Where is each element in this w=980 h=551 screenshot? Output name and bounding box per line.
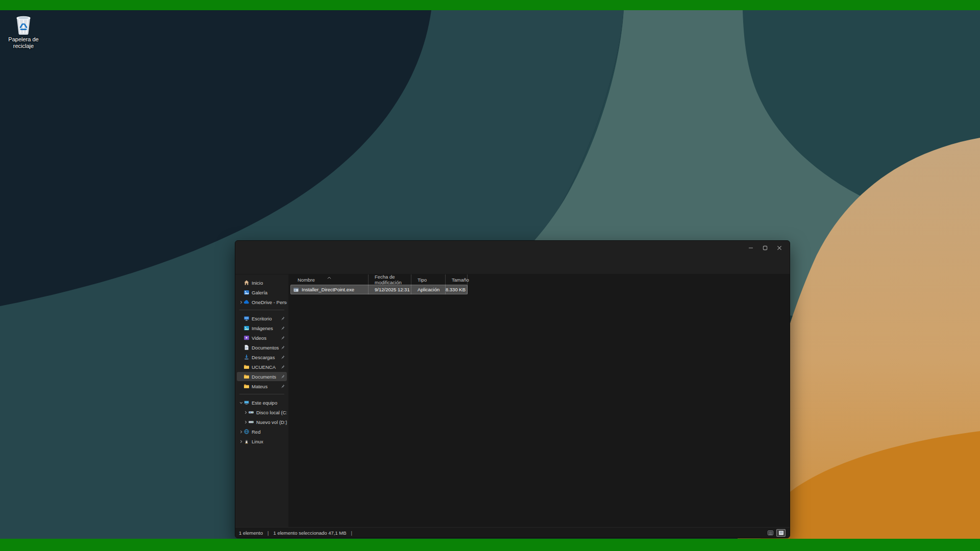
details-view-button[interactable] <box>766 529 775 537</box>
downloads-icon <box>243 354 250 360</box>
sidebar-item-label: Documentos <box>252 345 279 350</box>
status-bar: 1 elemento | 1 elemento seleccionado 47,… <box>235 527 790 538</box>
caption-buttons <box>744 242 787 254</box>
sidebar-item-label: Descargas <box>252 355 279 360</box>
sidebar-item-documentos[interactable]: Documentos <box>237 343 287 352</box>
folder-icon <box>243 373 250 380</box>
pin-icon <box>280 335 285 340</box>
selection-summary-text: 1 elemento seleccionado 47,1 MB <box>273 530 346 536</box>
status-separator: | <box>267 530 268 536</box>
folder-icon <box>243 383 250 389</box>
sidebar-item-escritorio[interactable]: Escritorio <box>237 314 287 323</box>
sidebar-item-im-genes[interactable]: Imágenes <box>237 323 287 333</box>
desktop: Papelera de reciclaje Inicio <box>0 10 980 539</box>
sidebar-item-linux[interactable]: Linux <box>237 437 287 446</box>
sidebar-item-label: Mateus <box>252 384 279 389</box>
window-titlebar[interactable] <box>235 241 790 274</box>
chevron-right-icon[interactable] <box>239 300 243 304</box>
column-header-tipo[interactable]: Tipo <box>411 274 446 285</box>
sidebar-separator <box>239 394 284 394</box>
file-name: Installer_DirectPoint.exe <box>302 287 354 292</box>
maximize-button[interactable] <box>758 242 772 254</box>
sidebar-item-ucuenca[interactable]: UCUENCA <box>237 362 287 371</box>
chevron-right-icon[interactable] <box>243 420 248 424</box>
sidebar-item-disco-local-c[interactable]: Disco local (C:) <box>237 408 287 417</box>
sidebar-item-label: Documents <box>252 374 279 380</box>
pin-icon <box>280 345 285 350</box>
file-list-panel: NombreFecha de modificaciónTipoTamaño In… <box>288 274 790 527</box>
sidebar-item-onedrive-personal[interactable]: OneDrive - Personal <box>237 297 287 307</box>
sidebar-item-videos[interactable]: Videos <box>237 333 287 342</box>
sidebar-item-label: Disco local (C:) <box>256 410 287 415</box>
sidebar-item-label: UCUENCA <box>252 364 279 370</box>
column-headers: NombreFecha de modificaciónTipoTamaño <box>288 274 790 285</box>
window-body: Inicio Galería OneDrive - Personal Escri… <box>235 274 790 527</box>
sidebar-item-label: Inicio <box>252 280 287 286</box>
column-header-tama-o[interactable]: Tamaño <box>446 274 468 285</box>
sidebar-item-label: Videos <box>252 335 279 341</box>
file-type: Aplicación <box>411 285 446 294</box>
sidebar-item-galer-a[interactable]: Galería <box>237 288 287 297</box>
status-separator: | <box>351 530 352 536</box>
screen-border-bottom <box>0 539 980 551</box>
sidebar-item-label: Red <box>252 429 287 435</box>
file-size: 48.330 KB <box>446 285 468 294</box>
app-file-icon <box>293 287 299 293</box>
chevron-right-icon[interactable] <box>243 411 248 414</box>
pictures-icon <box>243 325 250 331</box>
recycle-bin-label: Papelera de reciclaje <box>4 36 43 49</box>
sidebar-item-label: OneDrive - Personal <box>252 299 287 305</box>
screen-border-top <box>0 0 980 10</box>
sidebar-item-nuevo-vol-d[interactable]: Nuevo vol (D:) <box>237 417 287 427</box>
column-header-nombre[interactable]: Nombre <box>290 274 369 285</box>
folder-icon <box>243 364 250 370</box>
minimize-button[interactable] <box>744 242 758 254</box>
drive-icon <box>248 419 254 425</box>
sidebar-item-documents[interactable]: Documents <box>237 372 287 381</box>
recycle-bin-desktop-icon[interactable]: Papelera de reciclaje <box>4 13 43 49</box>
network-icon <box>243 429 250 435</box>
pin-icon <box>280 355 285 360</box>
sort-ascending-icon <box>327 274 332 278</box>
column-header-fecha-de-modificaci-n[interactable]: Fecha de modificación <box>369 274 411 285</box>
videos-icon <box>243 335 250 341</box>
sidebar-item-label: Escritorio <box>252 316 279 321</box>
pin-icon <box>280 384 285 389</box>
file-row-installer-directpoint-exe[interactable]: Installer_DirectPoint.exe 9/12/2025 12:3… <box>290 285 468 294</box>
chevron-right-icon[interactable] <box>239 430 243 434</box>
sidebar-item-label: Nuevo vol (D:) <box>256 419 287 425</box>
sidebar-item-este-equipo[interactable]: Este equipo <box>237 398 287 407</box>
chevron-right-icon[interactable] <box>239 440 243 443</box>
sidebar-separator <box>239 310 284 310</box>
documents-icon <box>243 344 250 350</box>
pin-icon <box>280 364 285 369</box>
recycle-bin-icon <box>13 13 34 36</box>
cloud-icon <box>243 299 250 305</box>
navigation-pane: Inicio Galería OneDrive - Personal Escri… <box>235 274 288 527</box>
home-icon <box>243 280 250 286</box>
sidebar-item-red[interactable]: Red <box>237 427 287 436</box>
sidebar-item-label: Linux <box>252 439 287 444</box>
drive-os-icon <box>248 409 254 415</box>
sidebar-item-descargas[interactable]: Descargas <box>237 353 287 362</box>
pin-icon <box>280 374 285 379</box>
sidebar-item-mateus[interactable]: Mateus <box>237 382 287 391</box>
linux-icon <box>243 438 250 444</box>
sidebar-item-label: Este equipo <box>252 400 287 406</box>
pin-icon <box>280 325 285 331</box>
desktop-icon <box>243 315 250 321</box>
pin-icon <box>280 316 285 321</box>
gallery-icon <box>243 289 250 295</box>
large-icons-view-button[interactable] <box>776 529 786 537</box>
sidebar-item-label: Imágenes <box>252 325 279 331</box>
file-explorer-window: Inicio Galería OneDrive - Personal Escri… <box>235 240 790 538</box>
sidebar-item-inicio[interactable]: Inicio <box>237 278 287 287</box>
file-modified: 9/12/2025 12:31 <box>369 285 411 294</box>
close-button[interactable] <box>772 242 787 254</box>
chevron-down-icon[interactable] <box>239 401 243 405</box>
sidebar-item-label: Galería <box>252 290 287 295</box>
file-rows: Installer_DirectPoint.exe 9/12/2025 12:3… <box>288 285 790 527</box>
item-count-text: 1 elemento <box>239 530 263 536</box>
computer-icon <box>243 399 250 406</box>
